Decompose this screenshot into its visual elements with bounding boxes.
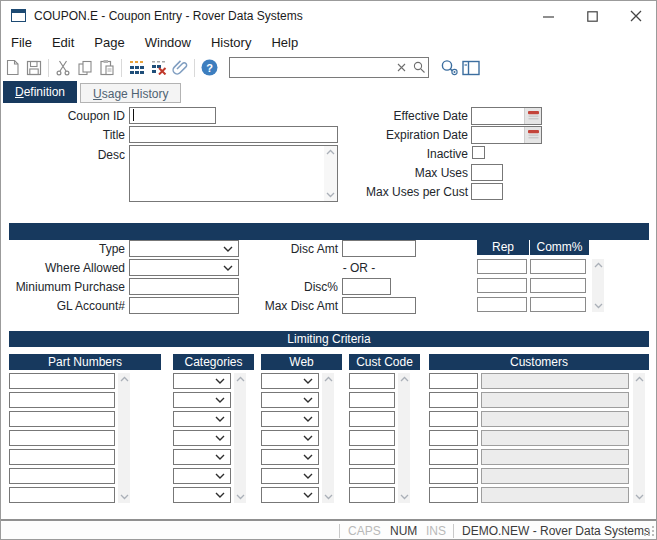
scroll-down-icon[interactable] (635, 494, 644, 500)
category-select[interactable] (173, 392, 231, 408)
menu-page[interactable]: Page (84, 31, 134, 54)
help-button[interactable]: ? (198, 57, 220, 79)
max-uses-input[interactable] (471, 164, 503, 181)
web-category-select[interactable] (261, 468, 319, 484)
scroll-up-icon[interactable] (635, 376, 644, 382)
scroll-down-icon[interactable] (120, 494, 129, 500)
scroll-down-icon[interactable] (236, 494, 245, 500)
max-uses-per-cust-input[interactable] (471, 183, 503, 200)
customer-id-input[interactable] (429, 411, 478, 427)
search-input[interactable] (230, 59, 392, 76)
tab-usage-history[interactable]: Usage History (80, 83, 181, 103)
customer-id-input[interactable] (429, 487, 478, 503)
part-number-input[interactable] (9, 430, 115, 446)
web-category-select[interactable] (261, 449, 319, 465)
cut-button[interactable] (52, 57, 74, 79)
search-icon[interactable] (410, 58, 428, 77)
web-category-select[interactable] (261, 411, 319, 427)
web-category-select[interactable] (261, 392, 319, 408)
comm-pct-input[interactable] (530, 297, 586, 312)
scroll-down-icon[interactable] (324, 494, 333, 500)
delete-detail-line-button[interactable] (147, 57, 169, 79)
rep-table-scrollbar[interactable] (592, 259, 604, 312)
comm-pct-input[interactable] (530, 278, 586, 293)
web-category-select[interactable] (261, 430, 319, 446)
inactive-checkbox[interactable] (472, 146, 485, 159)
effective-date-input[interactable] (472, 108, 524, 124)
rep-input[interactable] (477, 259, 527, 274)
part-number-input[interactable] (9, 468, 115, 484)
menu-window[interactable]: Window (135, 31, 201, 54)
menu-history[interactable]: History (201, 31, 261, 54)
category-select[interactable] (173, 449, 231, 465)
insert-detail-line-button[interactable] (125, 57, 147, 79)
clear-search-icon[interactable] (392, 58, 410, 77)
disc-amt-input[interactable] (342, 240, 416, 257)
cust-code-input[interactable] (349, 411, 395, 427)
resize-grip[interactable] (644, 525, 654, 539)
close-button[interactable] (619, 1, 653, 31)
customer-id-input[interactable] (429, 373, 478, 389)
menu-file[interactable]: File (1, 31, 42, 54)
scroll-down-icon[interactable] (400, 494, 409, 500)
rep-input[interactable] (477, 278, 527, 293)
customer-id-input[interactable] (429, 449, 478, 465)
scroll-up-icon[interactable] (594, 262, 603, 268)
expiration-date-calendar-button[interactable] (524, 127, 541, 143)
cust-code-scrollbar[interactable] (398, 373, 410, 503)
maximize-button[interactable] (575, 1, 609, 31)
menu-edit[interactable]: Edit (42, 31, 84, 54)
menu-help[interactable]: Help (261, 31, 308, 54)
scroll-up-icon[interactable] (120, 376, 129, 382)
cust-code-input[interactable] (349, 449, 395, 465)
part-numbers-scrollbar[interactable] (118, 373, 130, 503)
part-number-input[interactable] (9, 411, 115, 427)
cust-code-input[interactable] (349, 468, 395, 484)
copy-button[interactable] (74, 57, 96, 79)
web-category-select[interactable] (261, 487, 319, 503)
expiration-date-input[interactable] (472, 127, 524, 143)
category-select[interactable] (173, 430, 231, 446)
paste-button[interactable] (96, 57, 118, 79)
category-select[interactable] (173, 411, 231, 427)
desc-textarea[interactable] (129, 145, 338, 202)
max-disc-amt-input[interactable] (342, 297, 416, 314)
svg-text:?: ? (206, 62, 213, 74)
cust-code-input[interactable] (349, 392, 395, 408)
attachment-button[interactable] (169, 57, 191, 79)
customer-id-input[interactable] (429, 430, 478, 446)
web-categories-scrollbar[interactable] (322, 373, 334, 503)
title-input[interactable] (129, 126, 338, 143)
part-number-input[interactable] (9, 373, 115, 389)
new-document-button[interactable] (1, 57, 23, 79)
category-select[interactable] (173, 373, 231, 389)
customer-id-input[interactable] (429, 468, 478, 484)
save-button[interactable] (23, 57, 45, 79)
minimize-button[interactable] (531, 1, 565, 31)
part-number-input[interactable] (9, 449, 115, 465)
split-window-button[interactable] (460, 57, 482, 79)
tab-definition[interactable]: Definition (3, 81, 77, 103)
comm-pct-input[interactable] (530, 259, 586, 274)
where-allowed-select[interactable] (129, 259, 239, 276)
rep-input[interactable] (477, 297, 527, 312)
part-number-input[interactable] (9, 487, 115, 503)
category-select[interactable] (173, 487, 231, 503)
customers-scrollbar[interactable] (633, 373, 645, 503)
coupon-id-input[interactable] (129, 107, 216, 124)
web-category-select[interactable] (261, 373, 319, 389)
cust-code-input[interactable] (349, 430, 395, 446)
scroll-up-icon[interactable] (324, 376, 333, 382)
cust-code-input[interactable] (349, 487, 395, 503)
record-lookup-button[interactable] (438, 57, 460, 79)
part-number-input[interactable] (9, 392, 115, 408)
category-select[interactable] (173, 468, 231, 484)
disc-pct-input[interactable] (342, 278, 391, 295)
cust-code-input[interactable] (349, 373, 395, 389)
scroll-down-icon[interactable] (594, 303, 603, 309)
scroll-up-icon[interactable] (236, 376, 245, 382)
customer-id-input[interactable] (429, 392, 478, 408)
effective-date-calendar-button[interactable] (524, 108, 541, 124)
categories-scrollbar[interactable] (234, 373, 246, 503)
scroll-up-icon[interactable] (400, 376, 409, 382)
